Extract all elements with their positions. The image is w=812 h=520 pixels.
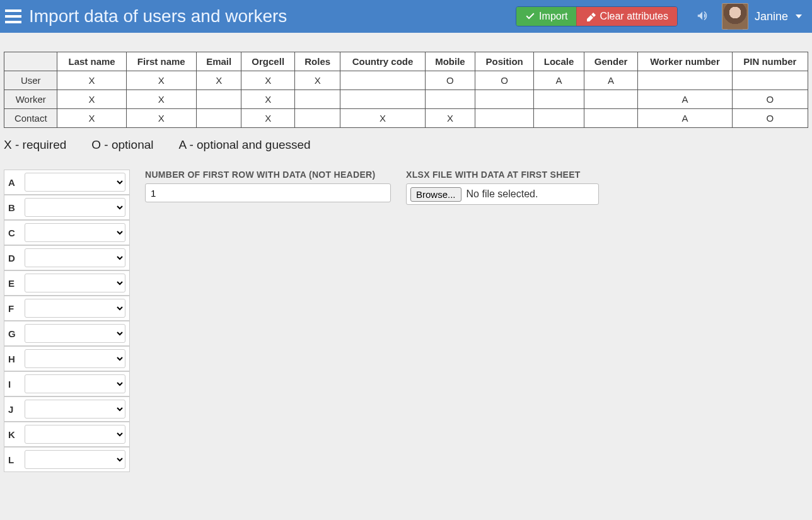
table-cell: A: [584, 71, 637, 90]
legend: X - required O - optional A - optional a…: [4, 138, 808, 152]
clear-attributes-button[interactable]: Clear attributes: [576, 7, 677, 26]
browse-button[interactable]: Browse...: [410, 187, 461, 202]
mapping-select-e[interactable]: [25, 274, 125, 292]
column-header: Country code: [340, 52, 425, 71]
table-cell: [340, 90, 425, 109]
table-cell: X: [57, 71, 126, 90]
mapping-row: A: [4, 170, 130, 195]
table-row: WorkerXXXAO: [4, 90, 808, 109]
column-header: Mobile: [425, 52, 475, 71]
avatar: [722, 3, 748, 30]
table-cell: X: [425, 109, 475, 128]
menu-toggle[interactable]: [0, 0, 26, 33]
mapping-select-f[interactable]: [25, 299, 125, 318]
username: Janine: [755, 10, 788, 23]
import-button[interactable]: Import: [516, 7, 576, 26]
svg-rect-2: [5, 21, 21, 23]
announcements-button[interactable]: [689, 9, 717, 25]
column-header: Roles: [294, 52, 340, 71]
table-cell: O: [732, 90, 808, 109]
mapping-letter: A: [8, 177, 18, 188]
table-cell: [638, 71, 732, 90]
clear-label: Clear attributes: [600, 11, 668, 22]
table-cell: X: [126, 71, 196, 90]
user-menu[interactable]: Janine: [722, 3, 806, 30]
table-cell: X: [57, 109, 126, 128]
table-cell: [196, 90, 241, 109]
mapping-select-l[interactable]: [25, 450, 125, 469]
table-cell: [584, 109, 637, 128]
table-cell: O: [425, 71, 475, 90]
column-header: Email: [196, 52, 241, 71]
chevron-down-icon: [796, 14, 802, 18]
first-row-input[interactable]: [145, 183, 391, 202]
requirements-table: Last nameFirst nameEmailOrgcellRolesCoun…: [4, 52, 808, 128]
mapping-letter: E: [8, 278, 18, 289]
import-label: Import: [539, 11, 567, 22]
svg-rect-1: [5, 15, 21, 18]
table-cell: [196, 109, 241, 128]
table-cell: X: [241, 109, 294, 128]
table-row: UserXXXXXOOAA: [4, 71, 808, 90]
eraser-icon: [586, 11, 596, 21]
file-label: XLSX FILE WITH DATA AT FIRST SHEET: [406, 170, 599, 180]
bullhorn-icon: [696, 9, 710, 23]
legend-x: X - required: [4, 138, 66, 152]
mapping-row: J: [4, 396, 130, 422]
table-cell: X: [57, 90, 126, 109]
mapping-select-g[interactable]: [25, 324, 125, 343]
mapping-row: K: [4, 422, 130, 447]
row-header: Contact: [4, 109, 57, 128]
mapping-row: B: [4, 195, 130, 220]
mapping-select-h[interactable]: [25, 349, 125, 368]
table-row: ContactXXXXXAO: [4, 109, 808, 128]
table-cell: X: [126, 90, 196, 109]
svg-rect-0: [5, 9, 21, 12]
mapping-select-i[interactable]: [25, 374, 125, 393]
table-cell: [475, 90, 534, 109]
column-header: Locale: [534, 52, 584, 71]
table-cell: X: [294, 71, 340, 90]
mapping-letter: H: [8, 354, 18, 364]
mapping-row: C: [4, 220, 130, 245]
mapping-letter: F: [8, 303, 18, 314]
column-header: Worker number: [638, 52, 732, 71]
mapping-letter: B: [8, 202, 18, 213]
mapping-select-c[interactable]: [25, 223, 125, 242]
mapping-select-k[interactable]: [25, 425, 125, 444]
mapping-select-d[interactable]: [25, 248, 125, 267]
file-input[interactable]: Browse... No file selected.: [406, 183, 599, 205]
table-cell: [294, 90, 340, 109]
legend-a: A - optional and guessed: [179, 138, 311, 152]
column-header: PIN number: [732, 52, 808, 71]
table-cell: X: [196, 71, 241, 90]
mapping-row: E: [4, 270, 130, 296]
table-cell: [534, 109, 584, 128]
legend-o: O - optional: [91, 138, 153, 152]
table-cell: X: [241, 71, 294, 90]
hamburger-icon: [5, 9, 21, 23]
table-cell: [534, 90, 584, 109]
column-mapping: ABCDEFGHIJKL: [4, 170, 130, 472]
mapping-select-a[interactable]: [25, 173, 125, 192]
table-cell: A: [638, 109, 732, 128]
table-cell: X: [340, 109, 425, 128]
column-header: Position: [475, 52, 534, 71]
column-header: Last name: [57, 52, 126, 71]
check-icon: [525, 11, 535, 21]
table-cell: [294, 109, 340, 128]
mapping-row: G: [4, 321, 130, 346]
table-cell: [475, 109, 534, 128]
first-row-label: NUMBER OF FIRST ROW WITH DATA (NOT HEADE…: [145, 170, 391, 180]
mapping-row: D: [4, 245, 130, 270]
page-title: Import data of users and workers: [29, 6, 287, 26]
mapping-select-j[interactable]: [25, 400, 125, 419]
table-cell: X: [241, 90, 294, 109]
mapping-letter: G: [8, 328, 18, 339]
table-cell: [732, 71, 808, 90]
mapping-letter: L: [8, 454, 18, 465]
column-header: Orgcell: [241, 52, 294, 71]
mapping-select-b[interactable]: [25, 198, 125, 217]
table-cell: [584, 90, 637, 109]
table-cell: O: [475, 71, 534, 90]
